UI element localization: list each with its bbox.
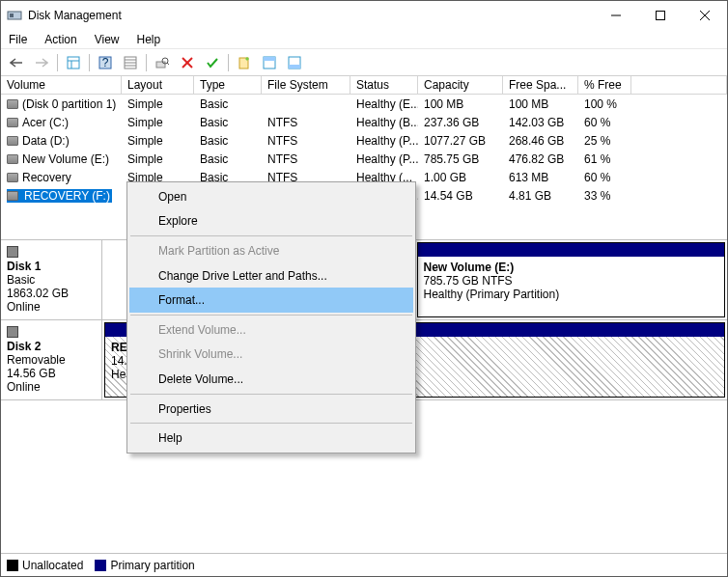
menu-file[interactable]: File xyxy=(7,33,29,46)
disk-info[interactable]: Disk 1Basic1863.02 GBOnline xyxy=(1,240,102,319)
minimize-button[interactable] xyxy=(594,1,638,30)
delete-icon[interactable] xyxy=(176,52,199,73)
col-pct-free[interactable]: % Free xyxy=(578,76,631,95)
col-layout[interactable]: Layout xyxy=(122,76,194,95)
svg-rect-22 xyxy=(264,57,275,61)
volume-name: New Volume (E:) xyxy=(22,152,109,166)
back-button[interactable] xyxy=(5,52,28,73)
menu-item: Mark Partition as Active xyxy=(129,238,413,263)
menu-separator xyxy=(130,235,412,236)
disk-management-window: Disk Management File Action View Help ? … xyxy=(0,0,728,577)
help-icon[interactable]: ? xyxy=(94,52,117,73)
menu-item[interactable]: Explore xyxy=(129,209,413,234)
volume-name: Recovery xyxy=(22,171,71,184)
menu-item[interactable]: Open xyxy=(129,184,413,209)
volume-list-header: Volume Layout Type File System Status Ca… xyxy=(1,76,727,95)
menu-help[interactable]: Help xyxy=(135,33,163,46)
volume-row[interactable]: New Volume (E:)SimpleBasicNTFSHealthy (P… xyxy=(1,150,727,168)
legend-item: Primary partition xyxy=(95,559,194,572)
col-spacer xyxy=(631,76,727,95)
volume-icon xyxy=(7,191,18,201)
menu-item[interactable]: Properties xyxy=(129,397,413,422)
svg-rect-6 xyxy=(68,57,79,69)
svg-rect-24 xyxy=(289,65,300,69)
col-status[interactable]: Status xyxy=(350,76,418,95)
svg-rect-15 xyxy=(156,62,165,68)
volume-row[interactable]: Data (D:)SimpleBasicNTFSHealthy (P...107… xyxy=(1,131,727,150)
volume-row[interactable]: Acer (C:)SimpleBasicNTFSHealthy (B...237… xyxy=(1,113,727,131)
volume-icon xyxy=(7,136,18,146)
volume-icon xyxy=(7,99,18,109)
svg-line-17 xyxy=(167,63,169,65)
toolbar-panel1-icon[interactable] xyxy=(258,52,281,73)
volume-icon xyxy=(7,154,18,164)
titlebar[interactable]: Disk Management xyxy=(1,1,727,30)
col-free-space[interactable]: Free Spa... xyxy=(503,76,578,95)
volume-name: Acer (C:) xyxy=(22,116,69,129)
menu-item: Shrink Volume... xyxy=(129,343,413,368)
volume-name: Data (D:) xyxy=(22,134,70,148)
col-volume[interactable]: Volume xyxy=(1,76,122,95)
svg-rect-1 xyxy=(10,14,14,17)
menu-item[interactable]: Help xyxy=(129,426,413,451)
toolbar: ? xyxy=(1,49,727,76)
svg-text:?: ? xyxy=(102,56,109,69)
menu-separator xyxy=(130,423,412,424)
volume-icon xyxy=(7,118,18,127)
volume-name: (Disk 0 partition 1) xyxy=(22,97,116,111)
menu-separator xyxy=(130,394,412,395)
maximize-button[interactable] xyxy=(638,1,683,30)
menu-view[interactable]: View xyxy=(93,33,122,46)
close-button[interactable] xyxy=(683,1,727,30)
col-type[interactable]: Type xyxy=(194,76,262,95)
col-capacity[interactable]: Capacity xyxy=(418,76,503,95)
menu-item[interactable]: Delete Volume... xyxy=(129,367,413,392)
legend: UnallocatedPrimary partition xyxy=(1,553,727,576)
new-icon[interactable] xyxy=(233,52,256,73)
disk-info[interactable]: Disk 2Removable14.56 GBOnline xyxy=(1,320,102,399)
forward-button[interactable] xyxy=(30,52,53,73)
volume-icon xyxy=(7,173,18,182)
volume-row[interactable]: (Disk 0 partition 1)SimpleBasicHealthy (… xyxy=(1,95,727,113)
col-filesystem[interactable]: File System xyxy=(262,76,350,95)
context-menu: OpenExploreMark Partition as ActiveChang… xyxy=(126,181,416,453)
menu-action[interactable]: Action xyxy=(42,33,78,46)
menubar: File Action View Help xyxy=(1,30,727,49)
menu-item[interactable]: Format... xyxy=(129,288,413,313)
partition-header xyxy=(418,243,725,257)
partition[interactable]: New Volume (E:)785.75 GB NTFSHealthy (Pr… xyxy=(417,242,726,317)
toolbar-view-icon[interactable] xyxy=(62,52,85,73)
volume-name: RECOVERY (F:) xyxy=(22,189,112,203)
app-icon xyxy=(7,8,22,23)
legend-item: Unallocated xyxy=(7,559,83,572)
refresh-scan-icon[interactable] xyxy=(151,52,174,73)
toolbar-list-icon[interactable] xyxy=(119,52,142,73)
menu-item: Extend Volume... xyxy=(129,317,413,343)
svg-rect-3 xyxy=(657,12,665,20)
menu-item[interactable]: Change Drive Letter and Paths... xyxy=(129,263,413,288)
toolbar-panel2-icon[interactable] xyxy=(283,52,306,73)
window-title: Disk Management xyxy=(28,9,594,22)
menu-separator xyxy=(130,315,412,316)
apply-icon[interactable] xyxy=(201,52,224,73)
